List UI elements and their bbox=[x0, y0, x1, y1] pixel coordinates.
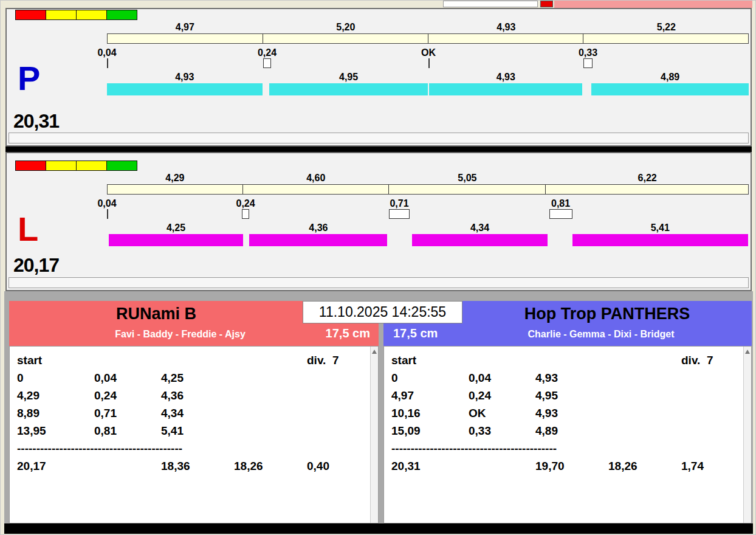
run-bar bbox=[249, 234, 387, 246]
changeover-label: 0,04 bbox=[97, 198, 116, 209]
changeover-time: OK bbox=[469, 407, 486, 420]
run-time-label: 4,93 bbox=[497, 72, 515, 83]
dog-time: 4,25 bbox=[161, 371, 184, 385]
time-diff: 0,40 bbox=[307, 460, 329, 473]
start-row: start div. 7 bbox=[384, 354, 751, 371]
start-label: start bbox=[17, 354, 42, 367]
tick-mark bbox=[107, 58, 108, 68]
red-indicator bbox=[540, 1, 553, 7]
cumulative-time: 4,29 bbox=[17, 389, 40, 402]
changeover-time: 0,81 bbox=[94, 424, 117, 438]
segment-time-label: 5,05 bbox=[458, 173, 476, 184]
lane-total-time-p: 20,31 bbox=[13, 110, 59, 133]
traffic-lights bbox=[15, 10, 137, 20]
marker-labels: 0,040,240,710,81 bbox=[107, 198, 749, 208]
split-row: 0 0,04 4,25 bbox=[10, 371, 378, 389]
changeover-box bbox=[549, 209, 572, 219]
scroll-up-icon[interactable] bbox=[745, 350, 750, 354]
segment-time-label: 5,20 bbox=[336, 22, 355, 33]
changeover-time: 0,04 bbox=[94, 371, 117, 385]
changeover-box bbox=[389, 209, 410, 219]
run-time-label: 4,95 bbox=[339, 72, 358, 83]
dog-time: 5,41 bbox=[161, 424, 184, 438]
dog-time: 4,95 bbox=[535, 389, 558, 402]
traffic-light bbox=[46, 10, 77, 20]
dashed-line: ----------------------------------------… bbox=[17, 442, 182, 455]
lane-total-time-l: 20,17 bbox=[13, 254, 59, 277]
lane-status-field bbox=[9, 133, 749, 143]
segment-time-label: 4,93 bbox=[497, 22, 515, 33]
bar-labels: 4,934,954,934,89 bbox=[107, 72, 749, 81]
lane-status-field bbox=[9, 277, 749, 288]
segment bbox=[263, 34, 428, 43]
traffic-light bbox=[76, 10, 107, 20]
segment bbox=[546, 185, 748, 194]
division-label: div. 7 bbox=[681, 354, 713, 367]
traffic-lights bbox=[15, 160, 137, 171]
lane-panel-l: 4,294,605,056,22 0,040,240,710,81 4,254,… bbox=[5, 152, 752, 291]
datetime-display: 11.10.2025 14:25:55 bbox=[303, 301, 462, 323]
split-row: 10,16 OK 4,93 bbox=[384, 407, 751, 424]
run-time-label: 4,25 bbox=[167, 223, 185, 233]
traffic-light bbox=[15, 10, 46, 20]
run-bar bbox=[269, 83, 428, 95]
split-row: 4,97 0,24 4,95 bbox=[384, 389, 751, 407]
segment bbox=[243, 185, 388, 194]
scrollbar[interactable] bbox=[743, 347, 751, 523]
lane-letter-p: P bbox=[18, 61, 40, 95]
totals-row: 20,17 18,36 18,26 0,40 bbox=[10, 460, 378, 477]
jump-height: 17,5 cm bbox=[326, 326, 370, 340]
run-bar bbox=[412, 234, 548, 246]
run-time-label: 5,41 bbox=[651, 223, 670, 233]
lane-separator bbox=[5, 147, 752, 152]
division-label: div. 7 bbox=[307, 354, 338, 367]
lane-letter-l: L bbox=[18, 212, 38, 246]
changeover-time: 0,71 bbox=[94, 407, 117, 420]
changeover-time: 0,24 bbox=[469, 389, 491, 402]
cumulative-time: 10,16 bbox=[391, 407, 421, 420]
timing-app-window: 4,975,204,935,22 0,040,24OK0,33 4,934,95… bbox=[0, 0, 756, 535]
cumulative-time: 15,09 bbox=[391, 424, 421, 438]
segment-time-label: 4,29 bbox=[165, 173, 184, 184]
team-result-sheet-right: start div. 7 0 0,04 4,93 4,97 0,24 4,95 … bbox=[383, 346, 752, 523]
segment bbox=[389, 185, 546, 194]
scrollbar[interactable] bbox=[370, 347, 378, 523]
traffic-light bbox=[106, 10, 137, 20]
changeover-label: 0,24 bbox=[236, 198, 255, 209]
dog-time: 4,93 bbox=[535, 407, 558, 420]
run-bar bbox=[109, 234, 243, 246]
dog-time: 4,93 bbox=[535, 371, 558, 385]
bar-labels: 4,254,364,345,41 bbox=[107, 223, 749, 232]
changeover-time: 0,04 bbox=[469, 371, 491, 385]
dog-time: 4,89 bbox=[535, 424, 558, 438]
start-label: start bbox=[391, 354, 416, 367]
changeover-label: OK bbox=[421, 47, 436, 58]
scroll-up-icon[interactable] bbox=[372, 350, 377, 354]
traffic-light bbox=[106, 160, 137, 171]
split-row: 15,09 0,33 4,89 bbox=[384, 424, 751, 442]
marker-labels: 0,040,24OK0,33 bbox=[107, 47, 749, 57]
dashed-line: ----------------------------------------… bbox=[391, 442, 557, 455]
traffic-light bbox=[15, 160, 46, 171]
pink-strip bbox=[554, 1, 752, 8]
best-time: 18,26 bbox=[608, 460, 637, 473]
segment-labels: 4,294,605,056,22 bbox=[107, 173, 749, 182]
tick-mark bbox=[428, 58, 430, 68]
best-time: 18,26 bbox=[234, 460, 263, 473]
traffic-light bbox=[76, 160, 107, 171]
team-members: Charlie - Gemma - Dixi - Bridget bbox=[383, 329, 752, 340]
run-bar bbox=[572, 234, 748, 246]
segment bbox=[428, 34, 583, 43]
run-bar bbox=[429, 83, 582, 95]
start-row: start div. 7 bbox=[10, 354, 378, 371]
split-row: 0 0,04 4,93 bbox=[384, 371, 751, 389]
changeover-box bbox=[242, 209, 250, 219]
tick-mark bbox=[107, 209, 108, 219]
run-time-label: 4,89 bbox=[661, 72, 679, 83]
changeover-time: 0,24 bbox=[94, 389, 117, 402]
dog-time: 4,34 bbox=[161, 407, 184, 420]
changeover-label: 0,81 bbox=[551, 198, 570, 209]
separator-row: ----------------------------------------… bbox=[10, 442, 378, 460]
changeover-label: 0,24 bbox=[258, 47, 277, 58]
cumulative-time: 13,95 bbox=[17, 424, 46, 438]
